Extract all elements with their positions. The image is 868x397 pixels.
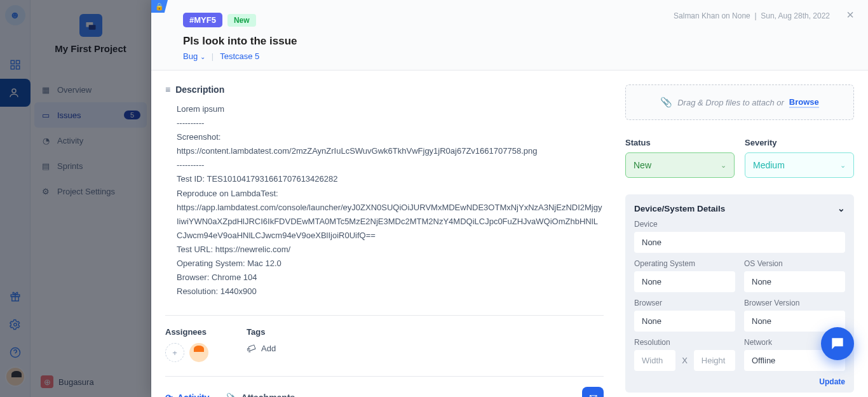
svg-point-7 [13, 323, 17, 326]
issue-type-link[interactable]: Bug ⌄ [183, 51, 205, 61]
sidebar-item-issues[interactable]: ▭ Issues 5 [34, 102, 147, 128]
issues-count-badge: 5 [124, 111, 140, 119]
svg-rect-1 [16, 60, 19, 64]
svg-point-4 [12, 89, 16, 93]
device-label: Device [634, 220, 845, 229]
issue-created-at: Sun, Aug 28th, 2022 [761, 11, 830, 20]
paperclip-icon: 📎 [660, 97, 672, 108]
tab-attachments[interactable]: 📎 Attachments [226, 393, 295, 397]
rail-gift-icon[interactable] [0, 283, 31, 311]
menu-icon: ≡ [165, 84, 170, 95]
update-button[interactable]: Update [634, 377, 845, 386]
severity-select[interactable]: Medium ⌄ [745, 152, 854, 178]
project-title: My First Project [31, 43, 151, 54]
add-tag-button[interactable]: 🏷 Add [247, 343, 276, 354]
rail-dashboard-icon[interactable] [0, 51, 31, 79]
device-details-panel: Device/System Details ⌄ Device None Oper… [625, 194, 854, 393]
rail-help-icon[interactable] [0, 339, 31, 367]
lock-icon[interactable]: 🔒 [151, 0, 168, 13]
project-icon [79, 14, 102, 37]
browser-label: Browser [634, 299, 735, 307]
rail-users-icon[interactable] [0, 79, 31, 107]
sidebar-item-label: Sprints [57, 161, 83, 171]
sidebar-item-label: Project Settings [57, 187, 115, 196]
testcase-link[interactable]: Testcase 5 [220, 51, 259, 61]
issue-drawer: 🔒 #MYF5 New Salman Khan on None | Sun, A… [151, 0, 868, 397]
assignee-avatar[interactable] [189, 343, 208, 362]
support-chat-button[interactable] [821, 327, 854, 360]
status-select[interactable]: New ⌄ [625, 152, 735, 178]
severity-label: Severity [745, 138, 854, 147]
device-field[interactable]: None [634, 232, 845, 253]
chevron-down-icon: ⌄ [840, 161, 846, 170]
chevron-down-icon: ⌄ [200, 53, 205, 60]
resolution-height-input[interactable]: Height [694, 350, 735, 371]
sidebar-item-activity[interactable]: ◔ Activity [31, 128, 151, 153]
app-rail: ☻ [0, 0, 31, 397]
resolution-width-input[interactable]: Width [634, 350, 675, 371]
bug-icon: ⊕ [41, 375, 53, 388]
svg-rect-0 [11, 60, 14, 64]
resolution-label: Resolution [634, 338, 735, 347]
rail-settings-icon[interactable] [0, 311, 31, 339]
tab-activity[interactable]: ⟳ Activity [165, 393, 210, 397]
book-icon: ▭ [41, 110, 51, 120]
mail-button[interactable]: ✉ [582, 387, 604, 397]
sidebar-item-label: Activity [57, 136, 83, 145]
svg-rect-2 [11, 66, 14, 69]
os-label: Operating System [634, 259, 735, 268]
bv-label: Browser Version [744, 299, 845, 307]
os-field[interactable]: None [634, 271, 735, 292]
add-assignee-button[interactable]: + [165, 343, 184, 362]
browse-link[interactable]: Browse [789, 97, 819, 108]
osv-label: OS Version [744, 259, 845, 268]
issue-status-badge: New [227, 14, 256, 27]
sidebar-item-overview[interactable]: ▦ Overview [31, 77, 151, 102]
description-heading: Description [175, 84, 224, 95]
issue-creator: Salman Khan on None [674, 11, 750, 20]
chevron-down-icon[interactable]: ⌄ [837, 203, 845, 213]
attachment-dropzone[interactable]: 📎 Drag & Drop files to attach or Browse [625, 84, 854, 120]
tags-heading: Tags [247, 327, 276, 337]
clock-icon: ◔ [41, 135, 51, 145]
settings-icon: ⚙ [41, 186, 51, 196]
close-button[interactable]: × [844, 9, 857, 22]
rail-avatar[interactable] [5, 367, 25, 387]
sidebar-footer-label: Bugasura [58, 377, 94, 387]
assignees-heading: Assignees [165, 327, 208, 337]
sidebar-item-sprints[interactable]: ▤ Sprints [31, 153, 151, 178]
svg-rect-3 [16, 66, 19, 69]
sidebar-item-label: Overview [57, 85, 92, 95]
drawer-header: 🔒 #MYF5 New Salman Khan on None | Sun, A… [151, 0, 868, 71]
issue-id-badge: #MYF5 [183, 13, 222, 27]
project-sidebar: My First Project ▦ Overview ▭ Issues 5 ◔… [31, 0, 151, 397]
grid-icon: ▦ [41, 84, 51, 95]
tag-icon: 🏷 [245, 342, 258, 355]
description-body: Lorem ipsum----------Screenshot:https://… [165, 102, 604, 299]
panel-title: Device/System Details [634, 204, 725, 213]
chevron-down-icon: ⌄ [721, 161, 726, 170]
sidebar-item-project-settings[interactable]: ⚙ Project Settings [31, 178, 151, 204]
issue-title: Pls look into the issue [183, 35, 854, 48]
browser-field[interactable]: None [634, 311, 735, 332]
sidebar-item-label: Issues [57, 111, 81, 120]
refresh-icon: ⟳ [165, 393, 173, 397]
status-label: Status [625, 138, 735, 147]
paperclip-icon: 📎 [226, 393, 237, 397]
sprint-icon: ▤ [41, 161, 51, 171]
app-logo[interactable]: ☻ [5, 5, 25, 25]
osv-field[interactable]: None [744, 271, 845, 292]
svg-rect-10 [88, 25, 95, 29]
